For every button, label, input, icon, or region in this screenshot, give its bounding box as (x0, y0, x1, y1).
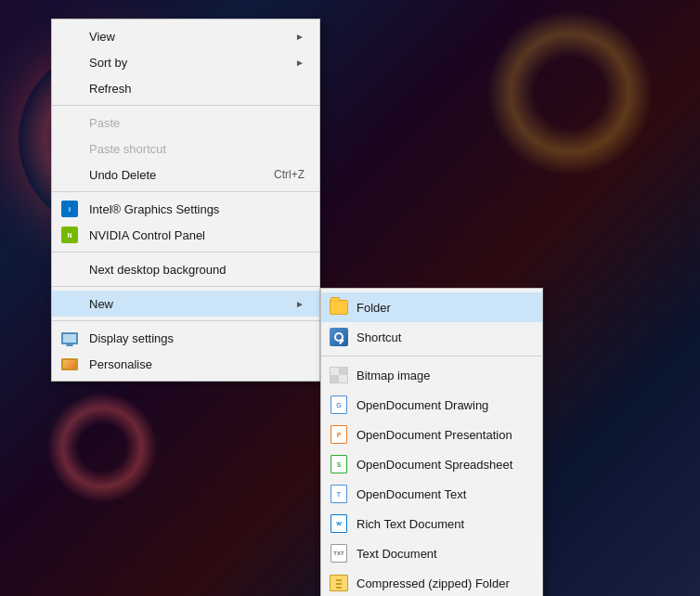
sort-by-label: Sort by (89, 56, 127, 70)
context-menu: View ► Sort by ► Refresh Paste Paste sho… (51, 19, 320, 382)
intel-graphics-label: Intel® Graphics Settings (89, 202, 219, 216)
bitmap-icon (329, 365, 349, 385)
shortcut-label: Shortcut (356, 330, 401, 344)
new-submenu: Folder Shortcut (320, 288, 543, 596)
personalise-label: Personalise (89, 357, 152, 371)
menu-item-display-settings[interactable]: Display settings (52, 325, 319, 351)
odp-icon: P (329, 424, 349, 445)
submenu-item-zip[interactable]: Compressed (zipped) Folder (321, 568, 542, 596)
submenu-item-odp[interactable]: P OpenDocument Presentation (321, 420, 542, 449)
next-background-label: Next desktop background (89, 263, 226, 277)
new-label: New (89, 297, 113, 311)
firework-decoration (46, 392, 158, 503)
separator (52, 286, 319, 287)
submenu-item-odg[interactable]: G OpenDocument Drawing (321, 390, 542, 420)
txt-label: Text Document (356, 547, 437, 561)
menu-item-intel-graphics[interactable]: i Intel® Graphics Settings (52, 196, 319, 222)
separator (52, 252, 319, 253)
refresh-label: Refresh (89, 82, 132, 96)
odt-icon: T (329, 484, 349, 504)
submenu-item-txt[interactable]: TXT Text Document (321, 538, 542, 568)
submenu-arrow-icon: ► (295, 32, 305, 42)
rtf-label: Rich Text Document (356, 517, 464, 531)
bitmap-label: Bitmap image (356, 369, 430, 382)
odp-label: OpenDocument Presentation (356, 428, 512, 442)
submenu-arrow-icon: ► (295, 299, 305, 309)
submenu-item-odt[interactable]: T OpenDocument Text (321, 479, 542, 509)
submenu-item-bitmap[interactable]: Bitmap image (321, 360, 542, 390)
menu-item-paste[interactable]: Paste (52, 110, 319, 136)
menu-item-nvidia[interactable]: N NVIDIA Control Panel (52, 222, 319, 248)
submenu-item-folder[interactable]: Folder (321, 292, 542, 322)
menu-item-view[interactable]: View ► (52, 23, 319, 49)
view-label: View (89, 30, 115, 44)
paste-shortcut-label: Paste shortcut (89, 142, 166, 156)
separator (52, 320, 319, 321)
menu-item-sort-by[interactable]: Sort by ► (52, 49, 319, 75)
menu-item-paste-shortcut[interactable]: Paste shortcut (52, 136, 319, 162)
folder-icon (329, 297, 349, 317)
nvidia-icon: N (59, 225, 80, 245)
separator (321, 356, 542, 356)
menu-item-undo-delete[interactable]: Undo Delete Ctrl+Z (52, 162, 319, 188)
zip-label: Compressed (zipped) Folder (356, 577, 510, 590)
separator (52, 191, 319, 192)
rtf-icon: W (329, 513, 349, 534)
display-settings-label: Display settings (89, 331, 174, 345)
shortcut-icon (329, 327, 349, 347)
menu-item-refresh[interactable]: Refresh (52, 75, 319, 101)
undo-delete-label: Undo Delete (89, 168, 156, 182)
nvidia-label: NVIDIA Control Panel (89, 228, 205, 242)
menu-item-personalise[interactable]: Personalise (52, 351, 319, 377)
firework-decoration (486, 9, 654, 176)
folder-label: Folder (356, 301, 391, 315)
odg-icon: G (329, 395, 349, 415)
submenu-item-rtf[interactable]: W Rich Text Document (321, 509, 542, 538)
menu-item-new[interactable]: New ► (52, 291, 319, 317)
separator (52, 105, 319, 106)
submenu-arrow-icon: ► (295, 58, 305, 68)
paste-label: Paste (89, 116, 120, 130)
ods-icon: S (329, 454, 349, 474)
txt-icon: TXT (329, 543, 349, 564)
zip-icon (329, 573, 349, 593)
undo-delete-shortcut: Ctrl+Z (274, 168, 305, 181)
context-menu-wrapper: View ► Sort by ► Refresh Paste Paste sho… (51, 19, 320, 382)
personalise-icon (59, 354, 80, 374)
submenu-item-shortcut[interactable]: Shortcut (321, 322, 542, 352)
display-settings-icon (59, 328, 80, 348)
odg-label: OpenDocument Drawing (356, 398, 488, 412)
odt-label: OpenDocument Text (356, 487, 466, 501)
menu-item-next-background[interactable]: Next desktop background (52, 256, 319, 282)
ods-label: OpenDocument Spreadsheet (356, 458, 512, 472)
intel-icon: i (59, 199, 80, 219)
submenu-item-ods[interactable]: S OpenDocument Spreadsheet (321, 449, 542, 479)
